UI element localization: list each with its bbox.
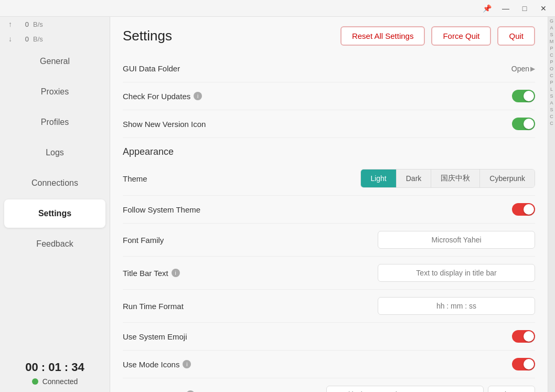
- upload-count: 0: [16, 20, 29, 28]
- gui-data-folder-label: GUI Data Folder: [123, 64, 180, 73]
- close-button[interactable]: ✕: [536, 1, 551, 16]
- sidebar-item-proxies[interactable]: Proxies: [4, 78, 105, 106]
- font-family-row: Font Family: [123, 224, 535, 257]
- use-system-emoji-toggle[interactable]: [512, 330, 535, 343]
- toggle-knob: [524, 359, 534, 369]
- theme-holiday-button[interactable]: 国庆中秋: [431, 169, 480, 187]
- scroll-c2[interactable]: C: [550, 72, 553, 79]
- sidebar-bottom: 00 : 01 : 34 Connected: [0, 354, 110, 392]
- sidebar-item-settings[interactable]: Settings: [4, 199, 105, 228]
- content-area: Settings Reset All Settings Force Quit Q…: [110, 17, 548, 392]
- download-count: 0: [16, 35, 29, 43]
- theme-cyberpunk-button[interactable]: Cyberpunk: [480, 169, 535, 187]
- check-for-updates-label: Check For Updates i: [123, 92, 202, 101]
- title-bar-text-label: Title Bar Text i: [123, 269, 180, 278]
- upload-stats: ↑ 0 B/s: [0, 17, 110, 31]
- default-icon-path-input[interactable]: [326, 386, 484, 392]
- quit-button[interactable]: Quit: [497, 26, 535, 46]
- toggle-knob: [524, 204, 534, 215]
- minimize-button[interactable]: —: [498, 1, 513, 16]
- gui-data-folder-row: GUI Data Folder Open ▶: [123, 55, 535, 82]
- scroll-c4[interactable]: C: [550, 120, 553, 126]
- check-for-updates-row: Check For Updates i: [123, 82, 535, 110]
- force-quit-button[interactable]: Force Quit: [431, 26, 491, 46]
- open-folder-link[interactable]: Open ▶: [511, 65, 535, 73]
- appearance-section-title: Appearance: [123, 138, 535, 162]
- settings-header: Settings Reset All Settings Force Quit Q…: [110, 17, 548, 55]
- title-bar-text-row: Title Bar Text i: [123, 257, 535, 290]
- run-time-format-input[interactable]: [378, 297, 535, 315]
- title-bar: 📌 — □ ✕: [0, 0, 555, 17]
- theme-dark-button[interactable]: Dark: [397, 169, 432, 187]
- scroll-l[interactable]: L: [550, 86, 553, 92]
- follow-system-theme-row: Follow System Theme: [123, 196, 535, 224]
- toggle-knob: [524, 91, 534, 101]
- check-updates-info-icon[interactable]: i: [194, 92, 202, 100]
- default-icon-path-row: Default Icon Path i Select ▶: [123, 378, 535, 392]
- scroll-p[interactable]: P: [550, 45, 553, 51]
- run-time-format-label: Run Time Format: [123, 302, 184, 311]
- sidebar-item-profiles[interactable]: Profiles: [4, 108, 105, 136]
- pin-button[interactable]: 📌: [479, 1, 494, 16]
- toggle-knob: [524, 119, 534, 129]
- maximize-button[interactable]: □: [517, 1, 532, 16]
- font-family-label: Font Family: [123, 236, 164, 245]
- use-system-emoji-label: Use System Emoji: [123, 332, 187, 341]
- upload-arrow-icon: ↑: [8, 20, 12, 28]
- use-mode-icons-toggle[interactable]: [512, 358, 535, 370]
- upload-unit: B/s: [33, 20, 43, 28]
- connected-dot-icon: [32, 378, 38, 385]
- use-system-emoji-row: Use System Emoji: [123, 323, 535, 351]
- title-bar-text-info-icon[interactable]: i: [172, 269, 180, 277]
- chevron-right-icon: ▶: [530, 65, 535, 72]
- scroll-p2[interactable]: P: [550, 59, 553, 65]
- use-mode-icons-label: Use Mode Icons i: [123, 360, 191, 369]
- connected-label: Connected: [42, 377, 78, 386]
- scroll-a[interactable]: A: [550, 25, 553, 31]
- theme-light-button[interactable]: Light: [361, 169, 396, 187]
- timer-display: 00 : 01 : 34: [8, 361, 101, 374]
- sidebar-item-connections[interactable]: Connections: [4, 169, 105, 197]
- default-icon-path-select-button[interactable]: Select ▶: [488, 386, 535, 392]
- right-scroll-index: G A S M P C P O C P L S A S C C: [548, 17, 555, 392]
- title-bar-text-input[interactable]: [378, 264, 535, 282]
- default-icon-path-group: Select ▶: [326, 386, 535, 392]
- scroll-c[interactable]: C: [550, 52, 553, 58]
- follow-system-theme-label: Follow System Theme: [123, 205, 200, 214]
- theme-selector: Light Dark 国庆中秋 Cyberpunk: [360, 169, 535, 188]
- sidebar-item-logs[interactable]: Logs: [4, 139, 105, 167]
- page-title: Settings: [123, 28, 172, 44]
- main-layout: ↑ 0 B/s ↓ 0 B/s General Proxies Profiles…: [0, 17, 555, 392]
- show-new-version-row: Show New Version Icon: [123, 110, 535, 138]
- scroll-p3[interactable]: P: [550, 79, 553, 86]
- theme-label: Theme: [123, 174, 147, 183]
- scroll-a2[interactable]: A: [550, 100, 553, 106]
- show-new-version-toggle[interactable]: [512, 118, 535, 130]
- scroll-o[interactable]: O: [550, 66, 553, 72]
- connection-status: Connected: [8, 377, 101, 386]
- scroll-g[interactable]: G: [550, 18, 553, 24]
- check-for-updates-toggle[interactable]: [512, 90, 535, 102]
- sidebar-item-feedback[interactable]: Feedback: [4, 230, 105, 258]
- run-time-format-row: Run Time Format: [123, 290, 535, 323]
- settings-content: GUI Data Folder Open ▶ Check For Updates…: [110, 55, 548, 392]
- default-icon-path-label: Default Icon Path i: [123, 390, 195, 393]
- scroll-s3[interactable]: S: [550, 107, 553, 113]
- theme-row: Theme Light Dark 国庆中秋 Cyberpunk: [123, 162, 535, 196]
- toggle-knob: [524, 331, 534, 342]
- reset-all-settings-button[interactable]: Reset All Settings: [340, 26, 425, 46]
- follow-system-theme-toggle[interactable]: [512, 203, 535, 216]
- scroll-m[interactable]: M: [550, 38, 554, 45]
- sidebar-item-general[interactable]: General: [4, 47, 105, 76]
- use-mode-icons-row: Use Mode Icons i: [123, 351, 535, 378]
- download-unit: B/s: [33, 35, 43, 43]
- font-family-input[interactable]: [378, 231, 535, 249]
- show-new-version-label: Show New Version Icon: [123, 120, 206, 129]
- header-buttons: Reset All Settings Force Quit Quit: [340, 26, 535, 46]
- scroll-s2[interactable]: S: [550, 93, 553, 99]
- scroll-c3[interactable]: C: [550, 113, 553, 120]
- download-stats: ↓ 0 B/s: [0, 31, 110, 46]
- sidebar: ↑ 0 B/s ↓ 0 B/s General Proxies Profiles…: [0, 17, 110, 392]
- scroll-s[interactable]: S: [550, 31, 553, 38]
- use-mode-icons-info-icon[interactable]: i: [183, 360, 191, 368]
